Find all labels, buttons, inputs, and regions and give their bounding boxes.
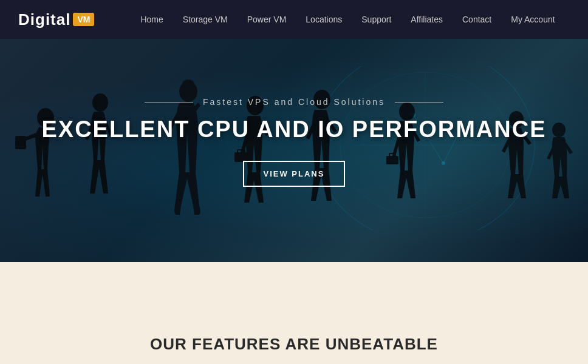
- hero-section: Fastest VPS and Cloud Solutions EXCELLEN…: [0, 39, 588, 263]
- nav-my-account[interactable]: My Account: [501, 0, 564, 39]
- main-nav: Home Storage VM Power VM Locations Suppo…: [131, 0, 564, 39]
- cloud-svg: [0, 262, 588, 311]
- hero-content: Fastest VPS and Cloud Solutions EXCELLEN…: [29, 97, 558, 187]
- view-plans-button[interactable]: VIEW PLANS: [243, 161, 346, 187]
- features-section: OUR FEATURES ARE UNBEATABLE The fastest …: [0, 311, 588, 364]
- nav-support[interactable]: Support: [352, 0, 401, 39]
- hero-title: EXCELLENT CPU AND IO PERFORMANCE: [41, 116, 546, 143]
- cloud-divider: [0, 262, 588, 311]
- nav-power-vm[interactable]: Power VM: [238, 0, 296, 39]
- logo-text: Digital: [18, 10, 70, 29]
- logo-link[interactable]: Digital VM: [18, 10, 94, 29]
- nav-storage-vm[interactable]: Storage VM: [173, 0, 238, 39]
- svg-rect-10: [15, 136, 26, 149]
- hero-subtitle: Fastest VPS and Cloud Solutions: [41, 97, 546, 107]
- features-title: OUR FEATURES ARE UNBEATABLE: [36, 335, 552, 354]
- nav-locations[interactable]: Locations: [296, 0, 352, 39]
- nav-affiliates[interactable]: Affiliates: [401, 0, 453, 39]
- logo-badge: VM: [73, 13, 94, 26]
- svg-point-13: [182, 79, 194, 89]
- site-header: Digital VM Home Storage VM Power VM Loca…: [0, 0, 588, 39]
- nav-contact[interactable]: Contact: [453, 0, 501, 39]
- nav-home[interactable]: Home: [131, 0, 173, 39]
